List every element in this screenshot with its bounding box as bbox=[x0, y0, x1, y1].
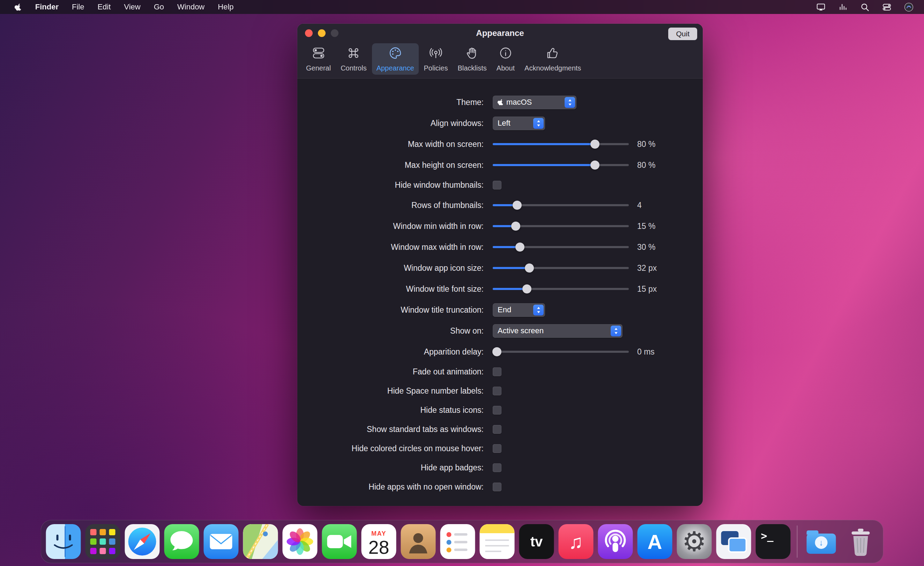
dock-podcasts-icon[interactable] bbox=[598, 524, 633, 559]
menu-go[interactable]: Go bbox=[147, 3, 171, 11]
hide-status-icons-checkbox[interactable] bbox=[493, 406, 501, 414]
menu-status-area bbox=[816, 3, 924, 12]
gear-icon: ⚙ bbox=[682, 528, 706, 555]
music-note-glyph: ♫ bbox=[569, 530, 584, 553]
select-value: End bbox=[498, 305, 533, 314]
stats-icon[interactable] bbox=[838, 3, 848, 12]
theme-select[interactable]: macOS bbox=[493, 96, 576, 109]
dock-trash-icon[interactable] bbox=[843, 524, 878, 559]
setting-control: 30 % bbox=[493, 243, 656, 252]
control-center-icon[interactable] bbox=[882, 3, 891, 12]
dock-reminders-icon[interactable] bbox=[440, 524, 475, 559]
controls-icon bbox=[346, 46, 360, 62]
screen-mirroring-icon[interactable] bbox=[816, 3, 826, 12]
hide-window-thumbnails-checkbox[interactable] bbox=[493, 181, 501, 189]
dock-photos-icon[interactable] bbox=[283, 524, 318, 559]
menu-edit[interactable]: Edit bbox=[91, 3, 117, 11]
slider-track bbox=[493, 351, 629, 353]
setting-control bbox=[493, 181, 501, 189]
select-stepper-icon bbox=[533, 305, 544, 315]
tab-about[interactable]: About bbox=[492, 43, 519, 75]
dock-music-icon[interactable]: ♫ bbox=[559, 524, 594, 559]
window-min-width-in-row-slider[interactable] bbox=[493, 222, 629, 231]
setting-control: 80 % bbox=[493, 140, 656, 149]
setting-label: Hide apps with no open window: bbox=[297, 482, 493, 492]
setting-row-apparition-delay: Apparition delay:0 ms bbox=[297, 341, 703, 362]
window-title: Appearance bbox=[297, 28, 703, 38]
dock-messages-icon[interactable] bbox=[164, 524, 199, 559]
hide-apps-with-no-open-window-checkbox[interactable] bbox=[493, 483, 501, 491]
tab-general[interactable]: General bbox=[302, 43, 335, 75]
window-header: Appearance Quit GeneralControlsAppearanc… bbox=[297, 24, 703, 78]
max-height-on-screen-slider[interactable] bbox=[493, 161, 629, 170]
menu-help[interactable]: Help bbox=[211, 3, 240, 11]
setting-row-window-min-width-in-row: Window min width in row:15 % bbox=[297, 216, 703, 237]
quit-button[interactable]: Quit bbox=[668, 27, 697, 40]
setting-control: Active screen bbox=[493, 324, 622, 338]
slider-thumb[interactable] bbox=[590, 161, 600, 170]
dock-launchpad-icon[interactable] bbox=[86, 524, 120, 559]
slider-thumb[interactable] bbox=[525, 263, 534, 273]
hide-space-number-labels-checkbox[interactable] bbox=[493, 387, 501, 395]
window-title-font-size-slider[interactable] bbox=[493, 284, 629, 293]
dock-terminal-icon[interactable]: >_ bbox=[756, 524, 791, 559]
apple-icon bbox=[498, 99, 504, 105]
setting-row-max-height-on-screen: Max height on screen:80 % bbox=[297, 155, 703, 176]
setting-row-hide-space-number-labels: Hide Space number labels: bbox=[297, 381, 703, 401]
tab-policies[interactable]: Policies bbox=[419, 43, 453, 75]
traffic-lights bbox=[305, 29, 339, 37]
window-title-truncation-select[interactable]: End bbox=[493, 303, 545, 317]
tab-label: General bbox=[306, 64, 331, 72]
dock-tv-icon[interactable]: tv bbox=[519, 524, 554, 559]
dock-downloads-icon[interactable]: ↓ bbox=[804, 524, 839, 559]
slider-thumb[interactable] bbox=[492, 347, 501, 356]
dock-calendar-icon[interactable]: MAY28 bbox=[362, 524, 396, 559]
align-windows-select[interactable]: Left bbox=[493, 117, 545, 130]
menu-file[interactable]: File bbox=[65, 3, 91, 11]
menu-view[interactable]: View bbox=[117, 3, 147, 11]
siri-icon[interactable] bbox=[904, 3, 914, 12]
setting-value: 80 % bbox=[637, 140, 656, 149]
rows-of-thumbnails-slider[interactable] bbox=[493, 201, 629, 210]
max-width-on-screen-slider[interactable] bbox=[493, 140, 629, 149]
dock-system-preferences-icon[interactable]: ⚙ bbox=[677, 524, 712, 559]
close-button[interactable] bbox=[305, 29, 313, 37]
menu-window[interactable]: Window bbox=[171, 3, 211, 11]
hide-app-badges-checkbox[interactable] bbox=[493, 463, 501, 472]
dock-notes-icon[interactable] bbox=[480, 524, 515, 559]
dock-safari-icon[interactable] bbox=[125, 524, 160, 559]
slider-thumb[interactable] bbox=[513, 201, 522, 210]
apple-menu-icon[interactable] bbox=[8, 3, 28, 11]
slider-thumb[interactable] bbox=[511, 222, 520, 231]
menu-finder[interactable]: Finder bbox=[28, 3, 65, 11]
minimize-button[interactable] bbox=[318, 29, 326, 37]
window-app-icon-size-slider[interactable] bbox=[493, 263, 629, 273]
setting-label: Max width on screen: bbox=[297, 140, 493, 149]
tab-acknowledgments[interactable]: Acknowledgments bbox=[520, 43, 585, 75]
tab-controls[interactable]: Controls bbox=[336, 43, 371, 75]
slider-thumb[interactable] bbox=[515, 243, 525, 252]
slider-thumb[interactable] bbox=[590, 140, 600, 149]
hide-colored-circles-on-mouse-hover-checkbox[interactable] bbox=[493, 444, 501, 453]
window-max-width-in-row-slider[interactable] bbox=[493, 243, 629, 252]
setting-row-window-title-truncation: Window title truncation:End bbox=[297, 299, 703, 320]
tab-blacklists[interactable]: Blacklists bbox=[453, 43, 491, 75]
dock-contacts-icon[interactable] bbox=[401, 524, 436, 559]
dock-facetime-icon[interactable] bbox=[322, 524, 357, 559]
apparition-delay-slider[interactable] bbox=[493, 347, 629, 356]
show-standard-tabs-as-windows-checkbox[interactable] bbox=[493, 425, 501, 434]
setting-value: 0 ms bbox=[637, 347, 655, 357]
dock-mail-icon[interactable] bbox=[204, 524, 238, 559]
search-icon[interactable] bbox=[860, 3, 870, 12]
show-on-select[interactable]: Active screen bbox=[493, 324, 622, 338]
dock-app-store-icon[interactable]: A bbox=[638, 524, 672, 559]
dock-finder-icon[interactable] bbox=[46, 524, 81, 559]
tab-appearance[interactable]: Appearance bbox=[372, 43, 419, 75]
select-stepper-icon bbox=[610, 326, 621, 336]
fade-out-animation-checkbox[interactable] bbox=[493, 368, 501, 376]
dock-maps-icon[interactable] bbox=[243, 524, 278, 559]
app-store-glyph: A bbox=[648, 530, 662, 554]
dock-alttab-icon[interactable] bbox=[716, 524, 751, 559]
setting-control bbox=[493, 444, 501, 453]
slider-thumb[interactable] bbox=[522, 284, 531, 293]
